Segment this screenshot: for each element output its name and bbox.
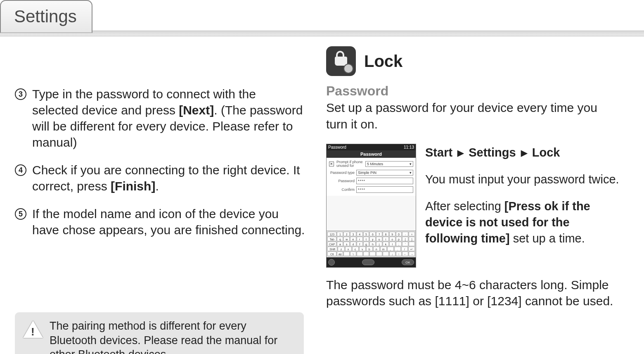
keyboard-key[interactable]: n bbox=[373, 247, 380, 251]
keyboard-key[interactable]: ↑ bbox=[396, 252, 402, 256]
keyboard-key[interactable]: ' bbox=[402, 242, 408, 246]
ss-header: Password bbox=[327, 150, 416, 158]
keyboard-key[interactable]: Tab bbox=[327, 237, 336, 241]
keyboard-key[interactable]: 3 bbox=[350, 232, 356, 236]
keyboard-key[interactable]: c bbox=[352, 247, 359, 251]
ss-type-select[interactable]: Simple PIN▾ bbox=[356, 170, 413, 176]
keyboard-key[interactable]: d bbox=[350, 242, 356, 246]
keyboard-key[interactable]: 6 bbox=[369, 232, 376, 236]
caution-note: The pairing method is different for ever… bbox=[15, 312, 304, 354]
keyboard-key[interactable]: 9 bbox=[389, 232, 395, 236]
instr2-post: set up a time. bbox=[510, 232, 585, 245]
keyboard-key[interactable]: e bbox=[350, 237, 356, 241]
path-lock: Lock bbox=[532, 146, 560, 159]
step-5: 5 If the model name and icon of the devi… bbox=[15, 206, 305, 238]
keyboard-key[interactable] bbox=[383, 252, 389, 256]
lock-section-header: Lock bbox=[326, 46, 619, 76]
keyboard-key[interactable]: Ctl bbox=[327, 252, 336, 256]
keyboard-key[interactable]: y bbox=[369, 237, 376, 241]
keyboard-key[interactable] bbox=[409, 242, 415, 246]
keyboard-key[interactable] bbox=[363, 252, 369, 256]
keyboard-key[interactable]: h bbox=[369, 242, 376, 246]
keyboard-key[interactable]: p bbox=[396, 237, 402, 241]
password-description: Set up a password for your device every … bbox=[326, 100, 619, 132]
keyboard-key[interactable]: 8 bbox=[383, 232, 389, 236]
keyboard-key[interactable]: 2 bbox=[343, 232, 350, 236]
keyboard-key[interactable]: j bbox=[376, 242, 382, 246]
keyboard-key[interactable]: q bbox=[337, 237, 343, 241]
keyboard-key[interactable]: b bbox=[366, 247, 373, 251]
nav-path: Start ▶ Settings ▶ Lock bbox=[425, 145, 619, 161]
keyboard-key[interactable]: k bbox=[383, 242, 389, 246]
keyboard-key[interactable]: [ bbox=[402, 237, 408, 241]
step-pre: If the model name and icon of the device… bbox=[32, 207, 305, 237]
keyboard-key[interactable]: o bbox=[389, 237, 395, 241]
keyboard-key[interactable]: v bbox=[359, 247, 366, 251]
keyboard-key[interactable]: a bbox=[337, 242, 343, 246]
ss-confirm-input[interactable]: **** bbox=[356, 186, 413, 193]
keyboard-key[interactable]: 1 bbox=[337, 232, 343, 236]
step-number: 3 bbox=[15, 88, 26, 100]
ss-clock: 11:13 bbox=[404, 145, 414, 150]
keyboard-key[interactable]: r bbox=[357, 237, 363, 241]
keyboard-key[interactable]: → bbox=[409, 252, 415, 256]
keyboard-key[interactable]: i bbox=[383, 237, 389, 241]
keyboard-key[interactable]: Shift bbox=[327, 247, 337, 251]
keyboard-key[interactable]: u bbox=[376, 237, 382, 241]
settings-tab[interactable]: Settings bbox=[0, 0, 92, 33]
step-4: 4 Check if you are connecting to the rig… bbox=[15, 162, 305, 194]
keyboard-key[interactable]: x bbox=[345, 247, 352, 251]
keyboard-key[interactable]: = bbox=[409, 232, 415, 236]
keyboard-key[interactable] bbox=[376, 252, 382, 256]
keyboard-key[interactable]: ↵ bbox=[408, 247, 415, 251]
step-text: Check if you are connecting to the right… bbox=[32, 162, 305, 194]
keyboard-key[interactable]: m bbox=[380, 247, 387, 251]
keyboard-key[interactable]: , bbox=[387, 247, 394, 251]
warning-icon bbox=[23, 321, 43, 338]
keyboard-key[interactable]: s bbox=[343, 242, 350, 246]
keyboard-key[interactable]: z bbox=[338, 247, 344, 251]
keyboard-key[interactable]: \ bbox=[350, 252, 356, 256]
keyboard-key[interactable]: 7 bbox=[376, 232, 382, 236]
gear-icon bbox=[343, 64, 353, 74]
keyboard-key[interactable] bbox=[369, 252, 376, 256]
ss-titlebar: Password 11:13 bbox=[327, 144, 416, 150]
ss-idle-select[interactable]: 5 Minutes▾ bbox=[365, 161, 413, 167]
ss-password-input[interactable]: **** bbox=[356, 178, 413, 184]
ss-keyboard[interactable]: 1231234567890-=Tabqwertyuiop[]CAPasdfghj… bbox=[327, 230, 416, 257]
instr2-pre: After selecting bbox=[425, 200, 504, 213]
ss-start-button[interactable] bbox=[328, 259, 335, 266]
ss-checkbox[interactable]: ✕ bbox=[329, 162, 334, 166]
ss-ok-button[interactable]: OK bbox=[402, 259, 414, 265]
ss-keyboard-toggle[interactable] bbox=[362, 259, 374, 265]
keyboard-key[interactable]: 0 bbox=[396, 232, 402, 236]
ss-bottombar: OK bbox=[327, 257, 416, 267]
keyboard-key[interactable]: / bbox=[401, 247, 408, 251]
keyboard-key[interactable]: f bbox=[357, 242, 363, 246]
keyboard-key[interactable]: - bbox=[402, 232, 408, 236]
chevron-right-icon: ▶ bbox=[521, 147, 527, 159]
path-settings: Settings bbox=[469, 146, 516, 159]
keyboard-key[interactable]: t bbox=[363, 237, 369, 241]
keyboard-key[interactable]: l bbox=[389, 242, 395, 246]
keyboard-key[interactable]: ] bbox=[409, 237, 415, 241]
keyboard-key[interactable] bbox=[357, 252, 363, 256]
keyboard-key[interactable]: 4 bbox=[357, 232, 363, 236]
keyboard-key[interactable]: ← bbox=[402, 252, 408, 256]
keyboard-key[interactable]: g bbox=[363, 242, 369, 246]
keyboard-key[interactable]: CAP bbox=[327, 242, 336, 246]
keyboard-key[interactable]: áü bbox=[337, 252, 343, 256]
lock-title: Lock bbox=[364, 52, 402, 71]
keyboard-key[interactable]: ↓ bbox=[389, 252, 395, 256]
keyboard-key[interactable]: ; bbox=[396, 242, 402, 246]
step-post: . bbox=[155, 179, 159, 193]
keyboard-key[interactable] bbox=[343, 252, 350, 256]
keyboard-key[interactable]: 5 bbox=[363, 232, 369, 236]
ss-password-label: Password bbox=[329, 179, 355, 183]
tab-bar: Settings bbox=[0, 0, 644, 36]
keyboard-key[interactable]: 123 bbox=[327, 232, 336, 236]
ss-title: Password bbox=[328, 145, 346, 150]
lock-instructions: Start ▶ Settings ▶ Lock You must input y… bbox=[425, 144, 619, 268]
keyboard-key[interactable]: w bbox=[343, 237, 350, 241]
keyboard-key[interactable]: . bbox=[394, 247, 401, 251]
